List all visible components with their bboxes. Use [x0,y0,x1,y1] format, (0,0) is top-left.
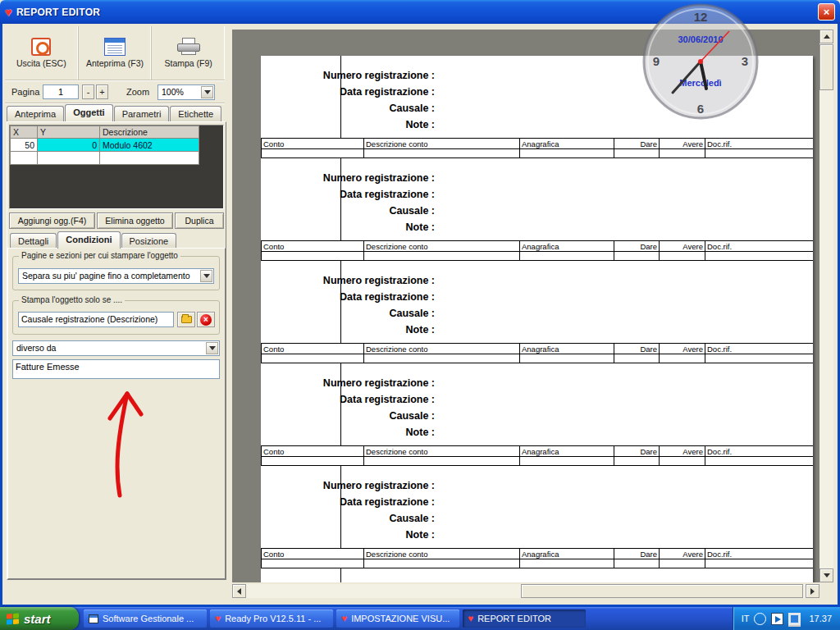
print-button[interactable]: Stampa (F9) [152,26,225,80]
objects-grid: X Y Descrizione 50 0 Modulo 4602 [9,125,224,209]
report-col-header: Dare [614,139,660,149]
tab-etichette[interactable]: Etichette [170,106,221,121]
horizontal-scroll-thumb[interactable] [521,584,803,598]
subtab-dettagli[interactable]: Dettagli [10,233,57,249]
conditions-tab-content: Pagine e sezioni per cui stampare l'ogge… [7,248,226,579]
report-col-header: Avere [660,549,705,559]
heart-icon: ♥ [341,613,347,624]
scroll-up-button[interactable] [819,30,833,43]
report-field-label: Data registrazione : [261,494,435,510]
report-empty-row [262,559,814,568]
grid-col-y[interactable]: Y [38,126,100,139]
add-object-button[interactable]: Aggiungi ogg.(F4) [9,212,95,229]
page-number-input[interactable]: 1 [43,84,79,99]
taskbar: start Software Gestionale ...♥Ready Pro … [0,607,840,630]
heart-icon: ♥ [468,613,473,624]
subtab-posizione[interactable]: Posizione [121,233,177,249]
delete-object-button[interactable]: Elimina oggetto [97,212,173,229]
scroll-right-button[interactable] [806,584,819,598]
zoom-value: 100% [162,87,184,97]
start-button[interactable]: start [0,607,79,630]
report-field-label: Numero registrazione : [261,375,435,391]
browse-field-button[interactable] [177,312,195,327]
main-tabs: Anteprima Oggetti Parametri Etichette [7,104,226,121]
tab-oggetti[interactable]: Oggetti [65,104,113,121]
grid-row-selected[interactable]: 50 0 Modulo 4602 [11,139,199,152]
report-col-header: Conto [262,241,364,252]
zoom-select[interactable]: 100% [158,84,215,100]
report-col-header: Descrizione conto [364,344,520,354]
condition-operator-select[interactable]: diverso da [12,340,220,356]
scroll-left-button[interactable] [232,584,246,598]
condition-value-input[interactable]: Fatture Emesse [12,359,220,379]
condition-field-input[interactable]: Causale registrazione (Descrizione) [18,312,174,327]
pages-mode-select[interactable]: Separa su piu' pagine fino a completamen… [18,268,214,284]
report-col-header: Doc.rif. [705,549,814,559]
report-block: Numero registrazione :Data registrazione… [261,272,813,363]
taskbar-task-software-gestionale[interactable]: Software Gestionale ... [84,609,207,628]
folder-icon [181,316,192,323]
scroll-down-button[interactable] [819,568,833,582]
windows-logo-icon [7,613,19,624]
system-tray: IT 17.37 [733,607,840,630]
taskbar-task-impostazione-visu[interactable]: ♥IMPOSTAZIONE VISU... [336,609,459,628]
horizontal-scrollbar[interactable] [232,584,819,598]
pages-groupbox: Pagine e sezioni per cui stampare l'ogge… [12,256,220,290]
report-col-header: Anagrafica [520,139,614,149]
report-col-header: Anagrafica [520,241,614,252]
report-col-header: Descrizione conto [364,549,520,559]
tab-anteprima[interactable]: Anteprima [7,106,64,121]
report-block: Numero registrazione :Data registrazione… [261,170,813,261]
print-button-label: Stampa (F9) [165,58,212,68]
report-block: Numero registrazione :Data registrazione… [261,67,813,158]
report-empty-row [262,149,814,158]
printer-icon [177,38,200,56]
vertical-scrollbar[interactable] [819,30,833,582]
grid-row-empty[interactable] [11,152,199,165]
report-field-label: Note : [261,424,435,441]
chevron-down-icon[interactable] [200,270,212,282]
page-increment-button[interactable]: + [96,84,108,99]
report-field-label: Causale : [261,305,435,322]
window-body: Uscita (ESC) Anteprima (F3) Stampa (F9) … [0,24,840,607]
report-detail-table: ContoDescrizione contoAnagraficaDareAver… [261,445,813,466]
page-decrement-button[interactable]: - [82,84,94,99]
power-off-icon [31,38,51,56]
tab-parametri[interactable]: Parametri [114,106,170,121]
exit-button[interactable]: Uscita (ESC) [5,26,79,80]
clear-field-button[interactable]: × [197,312,215,327]
close-button[interactable]: × [818,3,835,21]
grid-col-desc[interactable]: Descrizione [100,126,199,139]
chevron-down-icon[interactable] [206,342,218,354]
subtab-condizioni[interactable]: Condizioni [57,231,120,249]
report-field-labels: Numero registrazione :Data registrazione… [261,272,435,338]
vertical-scroll-thumb[interactable] [819,44,833,90]
grid-cell-x[interactable]: 50 [11,139,38,152]
print-if-groupbox-title: Stampa l'oggetto solo se .... [19,295,125,304]
report-field-label: Numero registrazione : [261,67,435,84]
language-indicator[interactable]: IT [742,614,750,623]
preview-button[interactable]: Anteprima (F3) [79,26,153,80]
app-heart-icon: ♥ [5,5,12,19]
taskbar-task-ready-pro-v12-5-11[interactable]: ♥Ready Pro V12.5.11 - ... [210,609,333,628]
chevron-down-icon[interactable] [201,86,213,98]
tray-display-icon[interactable] [788,613,801,625]
taskbar-task-report-editor[interactable]: ♥REPORT EDITOR [463,609,586,628]
red-arrow-annotation [89,376,154,499]
report-col-header: Avere [660,139,705,149]
grid-col-x[interactable]: X [11,126,38,139]
page-label: Pagina [11,87,39,97]
grid-cell-y[interactable]: 0 [38,139,100,152]
report-col-header: Conto [262,446,364,457]
tray-update-icon[interactable] [754,613,766,625]
report-field-label: Data registrazione : [261,391,435,408]
tray-player-icon[interactable] [771,613,783,625]
report-col-header: Conto [262,549,364,559]
report-detail-table: ContoDescrizione contoAnagraficaDareAver… [261,138,813,158]
report-page: Numero registrazione :Data registrazione… [261,56,813,582]
report-field-label: Numero registrazione : [261,272,435,289]
grid-cell-desc[interactable]: Modulo 4602 [100,139,199,152]
report-detail-table: ContoDescrizione contoAnagraficaDareAver… [261,343,813,363]
title-bar[interactable]: ♥ REPORT EDITOR × [0,0,840,24]
duplicate-object-button[interactable]: Duplica [175,212,224,229]
